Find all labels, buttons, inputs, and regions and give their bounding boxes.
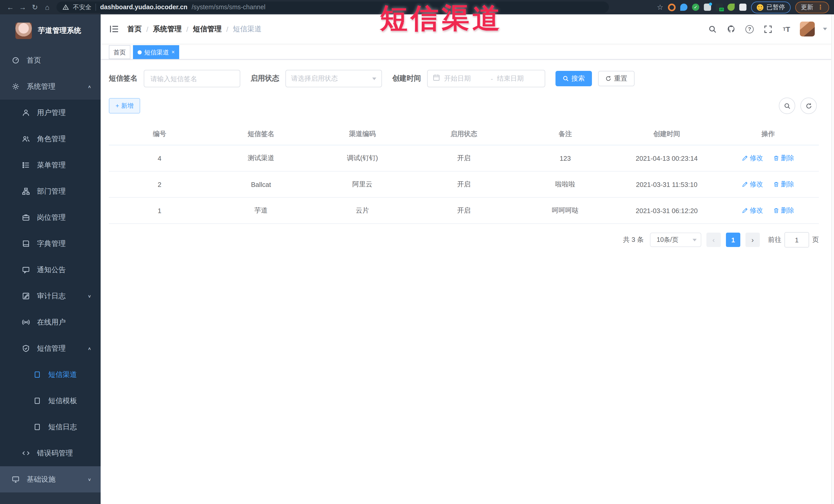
- cell-created: 2021-04-13 00:23:14: [616, 145, 718, 171]
- date-range-picker[interactable]: 开始日期 - 结束日期: [427, 70, 545, 87]
- sidebar-item-system[interactable]: 系统管理 ∧: [0, 73, 101, 100]
- start-date: 开始日期: [444, 74, 487, 83]
- table-toolbar: + 新增: [109, 97, 819, 114]
- sidebar-item-menus[interactable]: 菜单管理: [0, 152, 101, 178]
- sidebar-item-roles[interactable]: 角色管理: [0, 126, 101, 152]
- page-1-button[interactable]: 1: [726, 233, 740, 247]
- active-tab-dot: [137, 50, 142, 54]
- delete-link[interactable]: 删除: [773, 154, 794, 163]
- breadcrumb-sms[interactable]: 短信管理: [193, 24, 222, 34]
- edit-link[interactable]: 修改: [742, 154, 763, 163]
- cell-status: 开启: [413, 171, 514, 197]
- puzzle-extension-icon[interactable]: [739, 4, 746, 11]
- cell-id: 1: [109, 197, 210, 224]
- cell-code: 阿里云: [312, 171, 413, 197]
- forward-icon[interactable]: →: [18, 2, 28, 12]
- sidebar-item-notices[interactable]: 通知公告: [0, 257, 101, 283]
- edit-link[interactable]: 修改: [742, 180, 763, 189]
- sidebar-item-auditlog[interactable]: 审计日志 ∨: [0, 283, 101, 309]
- menu-dots-icon[interactable]: ⋮: [817, 4, 824, 11]
- pin-extension-icon[interactable]: [680, 4, 687, 11]
- page-size-select[interactable]: 10条/页: [650, 233, 701, 247]
- sidebar-item-posts[interactable]: 岗位管理: [0, 204, 101, 231]
- caret-down-icon[interactable]: [823, 28, 827, 30]
- doc-icon: [33, 423, 41, 431]
- cell-created: 2021-03-31 11:53:10: [616, 171, 718, 197]
- prev-page-button[interactable]: ‹: [706, 233, 721, 247]
- edit-link[interactable]: 修改: [742, 206, 763, 215]
- close-tab-icon[interactable]: ×: [172, 49, 175, 55]
- sprout-extension-icon[interactable]: [727, 4, 735, 11]
- page-suffix: 页: [812, 235, 819, 244]
- cell-actions: 修改 删除: [718, 145, 819, 171]
- sidebar-logo[interactable]: 芋道管理系统: [0, 14, 101, 47]
- sidebar-item-home[interactable]: 首页: [0, 47, 101, 73]
- cell-code: 调试(钉钉): [312, 145, 413, 171]
- github-icon[interactable]: [726, 24, 736, 34]
- chevron-down-icon: [693, 239, 697, 241]
- logo-image: [16, 23, 32, 39]
- app-header: 首页 / 系统管理 / 短信管理 / 短信渠道 ?: [101, 14, 834, 44]
- people-extension-icon[interactable]: [704, 4, 711, 11]
- table-header-row: 编号 短信签名 渠道编码 启用状态 备注 创建时间 操作: [109, 123, 819, 145]
- col-remark: 备注: [515, 123, 616, 145]
- address-bar[interactable]: 不安全 dashboard.yudao.iocoder.cn/system/sm…: [57, 2, 609, 13]
- tab-sms-channel[interactable]: 短信渠道 ×: [133, 45, 179, 59]
- cell-status: 开启: [413, 145, 514, 171]
- bookmark-star-icon[interactable]: ☆: [657, 3, 663, 11]
- sidebar-item-errcode[interactable]: 错误码管理: [0, 440, 101, 466]
- table-row: 4 测试渠道 调试(钉钉) 开启 123 2021-04-13 00:23:14…: [109, 145, 819, 171]
- page-scrollbar[interactable]: [831, 14, 834, 504]
- search-button[interactable]: 搜索: [555, 71, 592, 86]
- breadcrumb-home[interactable]: 首页: [127, 24, 142, 34]
- refresh-icon[interactable]: ↻: [30, 2, 40, 12]
- sidebar-item-depts[interactable]: 部门管理: [0, 178, 101, 204]
- col-id: 编号: [109, 123, 210, 145]
- fullscreen-icon[interactable]: [763, 24, 773, 34]
- status-select[interactable]: 请选择启用状态: [285, 70, 382, 87]
- sidebar-item-sms-channel[interactable]: 短信渠道: [0, 361, 101, 388]
- back-icon[interactable]: ←: [5, 2, 16, 12]
- cell-actions: 修改 删除: [718, 197, 819, 224]
- sidebar-item-online[interactable]: 在线用户: [0, 309, 101, 335]
- sms-channel-table: 编号 短信签名 渠道编码 启用状态 备注 创建时间 操作 4 测试渠道 调试(钉…: [109, 123, 819, 224]
- doc-icon: [33, 397, 41, 405]
- delete-link[interactable]: 删除: [773, 206, 794, 215]
- calendar-icon: [433, 74, 440, 83]
- font-size-icon[interactable]: TT: [782, 24, 792, 34]
- goto-page-input[interactable]: [785, 232, 809, 247]
- check-extension-icon[interactable]: ✓: [692, 4, 699, 11]
- search-icon[interactable]: [707, 24, 718, 34]
- dark-on-extension-icon[interactable]: [716, 4, 723, 11]
- paused-badge[interactable]: 已暂停: [751, 1, 791, 13]
- time-label: 创建时间: [392, 74, 421, 83]
- sidebar-item-infra[interactable]: 基础设施 ∨: [0, 466, 101, 492]
- sidebar-item-sms-log[interactable]: 短信日志: [0, 414, 101, 440]
- reset-button[interactable]: 重置: [598, 71, 635, 86]
- update-button[interactable]: 更新 ⋮: [795, 1, 829, 13]
- sign-input[interactable]: [144, 70, 240, 87]
- sidebar-item-sms-template[interactable]: 短信模板: [0, 388, 101, 414]
- sidebar-item-users[interactable]: 用户管理: [0, 100, 101, 126]
- search-form: 短信签名 启用状态 请选择启用状态 创建时间: [109, 70, 819, 87]
- col-code: 渠道编码: [312, 123, 413, 145]
- cell-sign: 测试渠道: [210, 145, 312, 171]
- sidebar-item-sms[interactable]: 短信管理 ∧: [0, 335, 101, 361]
- status-label: 启用状态: [250, 74, 279, 83]
- cell-sign: Ballcat: [210, 171, 312, 197]
- add-button[interactable]: + 新增: [109, 98, 140, 113]
- orange-extension-icon[interactable]: [668, 3, 676, 11]
- home-icon[interactable]: ⌂: [42, 2, 52, 12]
- cell-remark: 啦啦啦: [515, 171, 616, 197]
- tab-home[interactable]: 首页: [109, 45, 130, 59]
- toggle-search-button[interactable]: [779, 97, 795, 114]
- sidebar-item-dicts[interactable]: 字典管理: [0, 231, 101, 257]
- next-page-button[interactable]: ›: [745, 233, 760, 247]
- refresh-table-button[interactable]: [800, 97, 817, 114]
- avatar[interactable]: [800, 22, 815, 37]
- help-icon[interactable]: ?: [744, 24, 755, 34]
- table-body: 4 测试渠道 调试(钉钉) 开启 123 2021-04-13 00:23:14…: [109, 145, 819, 224]
- hamburger-icon[interactable]: [109, 24, 119, 34]
- breadcrumb-system[interactable]: 系统管理: [153, 24, 182, 34]
- delete-link[interactable]: 删除: [773, 180, 794, 189]
